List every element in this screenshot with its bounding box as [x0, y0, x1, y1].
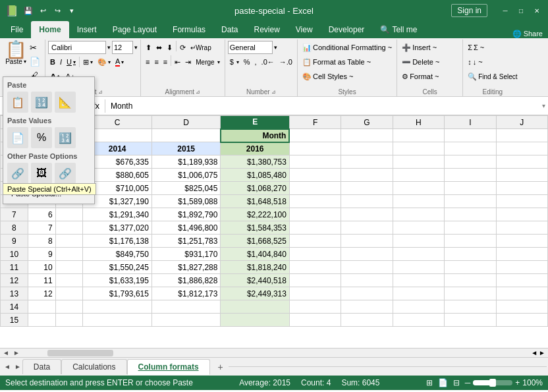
cell-D7[interactable]: $1,892,790: [151, 208, 221, 221]
cell-E1[interactable]: Month: [221, 129, 290, 142]
cell-G5[interactable]: [341, 182, 393, 195]
cell-D6[interactable]: $1,589,088: [151, 195, 221, 208]
cell-I13[interactable]: [445, 287, 496, 300]
other-paste-btn-1[interactable]: 🔗: [7, 163, 28, 184]
paste-values-btn-1[interactable]: 📄: [7, 127, 28, 148]
cell-E11[interactable]: $1,818,240: [221, 261, 290, 274]
cell-J10[interactable]: [496, 248, 548, 261]
tab-home[interactable]: Home: [31, 21, 68, 38]
paste-icon-btn-1[interactable]: 📋: [7, 92, 28, 113]
cell-styles-button[interactable]: 🎨 Cell Styles ~: [300, 70, 355, 83]
tab-review[interactable]: Review: [246, 21, 287, 38]
cell-D11[interactable]: $1,827,288: [151, 261, 221, 274]
page-left-btn[interactable]: ◄: [531, 349, 537, 356]
cell-J9[interactable]: [496, 235, 548, 248]
align-center-button[interactable]: ≡: [152, 55, 160, 69]
cell-B14[interactable]: [55, 300, 83, 314]
cell-E10[interactable]: $1,404,840: [221, 248, 290, 261]
underline-button[interactable]: U▾: [65, 55, 78, 69]
cell-D9[interactable]: $1,251,783: [151, 235, 221, 248]
format-as-table-button[interactable]: 📋 Format as Table ~: [300, 55, 373, 69]
cell-H6[interactable]: [393, 195, 444, 208]
cell-H12[interactable]: [393, 274, 444, 287]
cell-J11[interactable]: [496, 261, 548, 274]
cell-B15[interactable]: [55, 314, 83, 327]
cell-I12[interactable]: [445, 274, 496, 287]
cell-J5[interactable]: [496, 182, 548, 195]
cell-B13[interactable]: [55, 287, 83, 300]
cell-H7[interactable]: [393, 208, 444, 221]
increase-indent-button[interactable]: ⇥: [183, 55, 193, 69]
cell-J3[interactable]: [496, 155, 548, 169]
cell-C14[interactable]: [83, 300, 152, 314]
page-right-btn[interactable]: ►: [539, 349, 545, 356]
redo-icon[interactable]: ↪: [51, 5, 63, 16]
cell-D2[interactable]: 2015: [151, 142, 221, 155]
cell-G12[interactable]: [341, 274, 393, 287]
tab-scroll-left[interactable]: ◄: [1, 363, 13, 370]
cell-F14[interactable]: [289, 300, 341, 314]
cut-button[interactable]: ✂: [28, 41, 42, 54]
comma-button[interactable]: ,: [253, 55, 259, 69]
cell-I4[interactable]: [445, 169, 496, 182]
scroll-right-btn[interactable]: ►: [12, 349, 21, 357]
merge-button[interactable]: Merge▾: [194, 55, 221, 69]
cell-E14[interactable]: [221, 300, 290, 314]
cell-C11[interactable]: $1,550,245: [83, 261, 152, 274]
conditional-formatting-button[interactable]: 📊 Conditional Formatting ~: [300, 41, 394, 54]
row-header-15[interactable]: 15: [1, 314, 28, 327]
cell-F7[interactable]: [289, 208, 341, 221]
cell-I5[interactable]: [445, 182, 496, 195]
sheet-tab-calculations[interactable]: Calculations: [61, 359, 126, 374]
cell-D15[interactable]: [151, 314, 221, 327]
cell-J6[interactable]: [496, 195, 548, 208]
row-header-12[interactable]: 12: [1, 274, 28, 287]
cell-D4[interactable]: $1,006,075: [151, 169, 221, 182]
cell-F15[interactable]: [289, 314, 341, 327]
cell-A12[interactable]: 11: [28, 274, 55, 287]
cell-C8[interactable]: $1,377,020: [83, 221, 152, 235]
cell-F10[interactable]: [289, 248, 341, 261]
cell-F4[interactable]: [289, 169, 341, 182]
zoom-slider[interactable]: [473, 380, 512, 385]
format-button[interactable]: ⚙ Format ~: [400, 70, 441, 83]
cell-E5[interactable]: $1,068,270: [221, 182, 290, 195]
cell-H13[interactable]: [393, 287, 444, 300]
cell-G6[interactable]: [341, 195, 393, 208]
cell-D3[interactable]: $1,189,938: [151, 155, 221, 169]
align-left-button[interactable]: ≡: [144, 55, 151, 69]
sheet-tab-data[interactable]: Data: [22, 359, 61, 374]
cell-A8[interactable]: 7: [28, 221, 55, 235]
decrease-decimal-button[interactable]: .0←: [260, 55, 277, 69]
cell-H1[interactable]: [393, 129, 444, 142]
cell-G8[interactable]: [341, 221, 393, 235]
tab-scroll-right[interactable]: ►: [13, 363, 22, 370]
cell-G10[interactable]: [341, 248, 393, 261]
cell-G9[interactable]: [341, 235, 393, 248]
align-right-button[interactable]: ≡: [161, 55, 169, 69]
cell-D8[interactable]: $1,496,800: [151, 221, 221, 235]
cell-F13[interactable]: [289, 287, 341, 300]
cell-H3[interactable]: [393, 155, 444, 169]
tab-file[interactable]: File: [3, 21, 31, 38]
increase-decimal-button[interactable]: →.0: [277, 55, 294, 69]
paste-values-btn-3[interactable]: 🔢: [55, 127, 76, 148]
cell-I1[interactable]: [445, 129, 496, 142]
insert-button[interactable]: ➕ Insert ~: [400, 41, 439, 54]
cell-A15[interactable]: [28, 314, 55, 327]
cell-E7[interactable]: $2,222,100: [221, 208, 290, 221]
cell-A10[interactable]: 9: [28, 248, 55, 261]
cell-I7[interactable]: [445, 208, 496, 221]
cell-C15[interactable]: [83, 314, 152, 327]
cell-A14[interactable]: [28, 300, 55, 314]
cell-G2[interactable]: [341, 142, 393, 155]
cell-C9[interactable]: $1,176,138: [83, 235, 152, 248]
font-name-dropdown-icon[interactable]: ▾: [107, 44, 111, 51]
paste-values-btn-2[interactable]: %: [31, 127, 52, 148]
row-header-11[interactable]: 11: [1, 261, 28, 274]
cell-J7[interactable]: [496, 208, 548, 221]
cell-I2[interactable]: [445, 142, 496, 155]
align-middle-button[interactable]: ⬌: [154, 41, 164, 54]
zoom-slider-thumb[interactable]: [489, 379, 496, 387]
cell-G11[interactable]: [341, 261, 393, 274]
